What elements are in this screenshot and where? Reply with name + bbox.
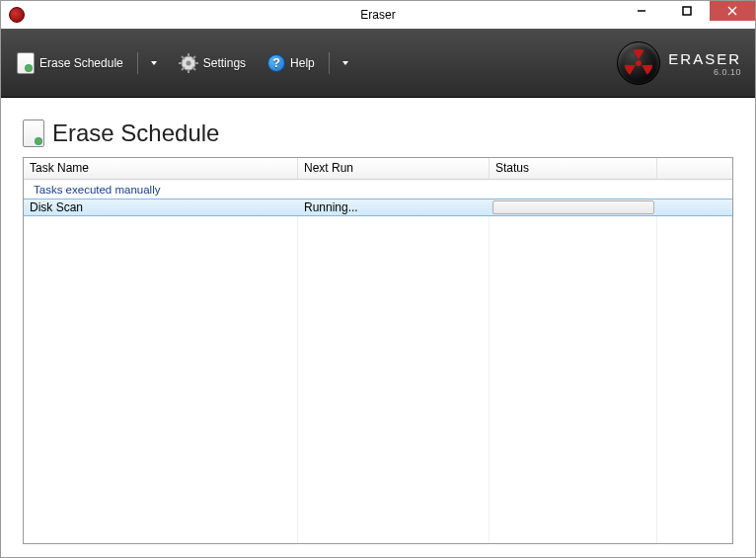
main-toolbar: Erase Schedule Settings: [1, 29, 755, 98]
app-icon: [9, 7, 25, 23]
settings-label: Settings: [203, 56, 246, 70]
help-dropdown[interactable]: [340, 57, 350, 69]
title-bar: Eraser: [1, 1, 755, 29]
brand-area: ERASER 6.0.10: [617, 41, 741, 85]
document-icon: [17, 52, 35, 74]
listview-body[interactable]: Tasks executed manually Disk Scan Runnin…: [24, 180, 732, 543]
help-button[interactable]: ? Help: [265, 50, 317, 76]
separator: [329, 52, 330, 74]
settings-button[interactable]: Settings: [177, 49, 248, 77]
window-controls: [619, 1, 755, 21]
erase-schedule-label: Erase Schedule: [39, 56, 123, 70]
column-header-end[interactable]: [657, 158, 732, 179]
cell-next-run: Running...: [298, 199, 490, 215]
table-row[interactable]: Disk Scan Running...: [24, 199, 732, 216]
chevron-down-icon: [151, 61, 157, 65]
brand-name: ERASER: [668, 50, 741, 67]
document-icon: [23, 120, 44, 147]
chevron-down-icon: [342, 61, 348, 65]
toolbar-group: Erase Schedule Settings: [15, 48, 350, 78]
erase-schedule-dropdown[interactable]: [148, 57, 159, 69]
svg-line-10: [182, 56, 185, 59]
schedule-listview: Task Name Next Run Status Tasks executed…: [23, 157, 733, 544]
svg-line-11: [192, 67, 195, 70]
svg-point-14: [636, 60, 642, 66]
content-area: Erase Schedule Task Name Next Run Status…: [1, 98, 755, 558]
column-header-status[interactable]: Status: [490, 158, 657, 179]
page-title: Erase Schedule: [52, 120, 219, 147]
listview-header: Task Name Next Run Status: [24, 158, 732, 180]
close-button[interactable]: [710, 1, 755, 21]
progress-bar: [492, 200, 654, 214]
column-header-task-name[interactable]: Task Name: [24, 158, 298, 179]
svg-rect-1: [683, 7, 691, 15]
eraser-logo: [617, 41, 660, 85]
erase-schedule-button[interactable]: Erase Schedule: [15, 48, 125, 78]
minimize-button[interactable]: [619, 1, 664, 21]
page-header: Erase Schedule: [23, 120, 733, 147]
column-header-next-run[interactable]: Next Run: [298, 158, 490, 179]
svg-line-13: [182, 67, 185, 70]
help-label: Help: [290, 56, 315, 70]
help-icon: ?: [267, 54, 285, 72]
cell-task-name: Disk Scan: [24, 199, 298, 215]
group-header-manual[interactable]: Tasks executed manually: [24, 180, 732, 199]
maximize-button[interactable]: [664, 1, 710, 21]
svg-line-12: [192, 56, 195, 59]
brand-version: 6.0.10: [668, 67, 741, 77]
separator: [137, 52, 138, 74]
gear-icon: [179, 53, 198, 73]
cell-status: [490, 199, 657, 215]
window-title: Eraser: [360, 8, 395, 22]
svg-point-5: [186, 61, 190, 66]
